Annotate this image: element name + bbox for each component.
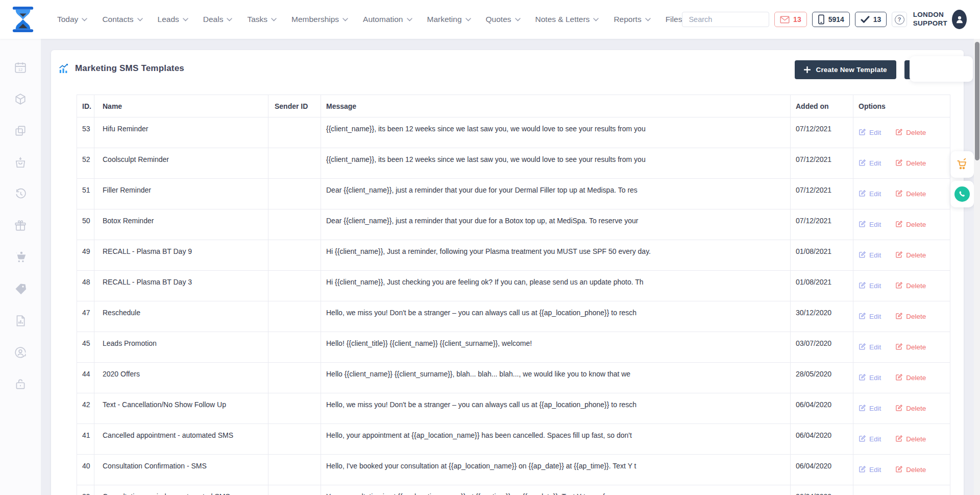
cell-options: Edit Delete [853, 209, 950, 240]
nav-item-notes-letters[interactable]: Notes & Letters [535, 15, 599, 24]
cube-icon[interactable] [14, 92, 27, 106]
chevron-down-icon [593, 18, 599, 21]
edit-link[interactable]: Edit [859, 281, 881, 291]
nav-item-memberships[interactable]: Memberships [291, 15, 348, 24]
cell-sender-id [268, 148, 321, 178]
nav-item-reports[interactable]: Reports [614, 15, 650, 24]
calendar-icon[interactable]: 12 [14, 61, 27, 74]
help-button[interactable]: ? [892, 12, 906, 27]
create-new-template-button[interactable]: Create New Template [795, 60, 896, 79]
edit-link[interactable]: Edit [859, 312, 881, 321]
tasks-badge[interactable]: 13 [855, 12, 887, 27]
edit-link[interactable]: Edit [859, 159, 881, 168]
delete-link[interactable]: Delete [895, 281, 926, 291]
delete-link[interactable]: Delete [895, 251, 926, 260]
copy-icon[interactable] [14, 124, 27, 137]
edit-link[interactable]: Edit [859, 190, 881, 199]
cell-added-on: 06/04/2020 [791, 455, 853, 485]
cell-sender-id [268, 179, 321, 209]
cell-options: Edit Delete [853, 148, 950, 178]
delete-link[interactable]: Delete [895, 435, 926, 444]
edit-link[interactable]: Edit [859, 251, 881, 260]
lock-icon[interactable] [14, 378, 27, 391]
delete-link[interactable]: Delete [895, 465, 926, 475]
app-logo-hourglass-icon[interactable] [11, 6, 35, 33]
plus-icon [804, 66, 811, 73]
cell-sender-id [268, 117, 321, 148]
main-nav: Today Contacts Leads Deals Tasks Members… [57, 15, 682, 24]
nav-item-files[interactable]: Files [666, 15, 682, 24]
messages-badge[interactable]: 13 [774, 12, 807, 27]
calls-badge[interactable]: 5914 [812, 12, 850, 27]
nav-item-deals[interactable]: Deals [203, 15, 233, 24]
cell-name: Leads Promotion [94, 332, 268, 362]
delete-link[interactable]: Delete [895, 128, 926, 137]
edit-link[interactable]: Edit [859, 465, 881, 475]
nav-item-quotes[interactable]: Quotes [486, 15, 521, 24]
phone-fab-button[interactable] [950, 181, 974, 207]
cell-options: Edit Delete [853, 117, 950, 148]
nav-item-label: Notes & Letters [535, 15, 590, 24]
cart-fab-button[interactable] [950, 151, 974, 178]
search-box [682, 12, 769, 27]
cell-name: Hifu Reminder [94, 117, 268, 148]
cell-options: Edit Delete [853, 179, 950, 209]
delete-link[interactable]: Delete [895, 220, 926, 229]
history-icon[interactable] [14, 187, 27, 201]
delete-link[interactable]: Delete [895, 159, 926, 168]
edit-label: Edit [869, 313, 881, 320]
cell-message: Your consultation is at {{ap_location_na… [321, 485, 791, 495]
delete-pencil-icon [895, 465, 903, 475]
cell-name: Botox Reminder [94, 209, 268, 240]
edit-label: Edit [869, 374, 881, 382]
nav-item-marketing[interactable]: Marketing [427, 15, 471, 24]
cell-options: Edit Delete [853, 301, 950, 332]
column-header: Name [94, 95, 268, 117]
edit-link[interactable]: Edit [859, 128, 881, 137]
edit-link[interactable]: Edit [859, 373, 881, 383]
cell-message: Hello, we miss you! Don't be a stranger … [321, 393, 791, 423]
delete-link[interactable]: Delete [895, 343, 926, 352]
edit-label: Edit [869, 129, 881, 136]
page-title: Marketing SMS Templates [58, 63, 184, 74]
edit-link[interactable]: Edit [859, 220, 881, 229]
avatar[interactable] [952, 10, 967, 29]
messages-count: 13 [793, 15, 801, 23]
delete-link[interactable]: Delete [895, 404, 926, 413]
nav-item-automation[interactable]: Automation [363, 15, 412, 24]
scrollbar-thumb[interactable] [975, 42, 979, 160]
chevron-down-icon [183, 18, 188, 21]
cell-name: Text - Cancellation/No Show Follow Up [94, 393, 268, 423]
search-input[interactable] [682, 15, 769, 23]
cell-added-on: 01/08/2021 [791, 271, 853, 301]
bag-icon[interactable] [14, 156, 27, 169]
nav-item-leads[interactable]: Leads [158, 15, 188, 24]
edit-label: Edit [869, 405, 881, 412]
gift-icon[interactable] [14, 219, 27, 232]
edit-link[interactable]: Edit [859, 343, 881, 352]
cell-id: 39 [77, 485, 94, 495]
nav-item-today[interactable]: Today [57, 15, 87, 24]
scrollbar[interactable] [974, 39, 980, 495]
nav-item-contacts[interactable]: Contacts [102, 15, 142, 24]
nav-item-label: Today [57, 15, 78, 24]
delete-link[interactable]: Delete [895, 312, 926, 321]
edit-pencil-icon [859, 159, 866, 168]
tag-icon[interactable] [14, 282, 27, 296]
table-row: 48 RECALL - Plasma BT Day 3 Hi {{client_… [77, 271, 950, 301]
delete-link[interactable]: Delete [895, 190, 926, 199]
nav-item-tasks[interactable]: Tasks [247, 15, 277, 24]
calls-count: 5914 [828, 15, 844, 23]
delete-link[interactable]: Delete [895, 373, 926, 383]
edit-label: Edit [869, 343, 881, 351]
table-header-row: ID.NameSender IDMessageAdded onOptions [77, 95, 950, 117]
cell-options: Edit Delete [853, 485, 950, 495]
cart-icon[interactable] [14, 251, 27, 264]
user-sync-icon[interactable] [14, 346, 27, 359]
edit-link[interactable]: Edit [859, 435, 881, 444]
cell-id: 50 [77, 209, 94, 240]
edit-link[interactable]: Edit [859, 404, 881, 413]
cell-options: Edit Delete [853, 332, 950, 362]
report-icon[interactable] [14, 314, 27, 327]
delete-label: Delete [906, 435, 926, 443]
